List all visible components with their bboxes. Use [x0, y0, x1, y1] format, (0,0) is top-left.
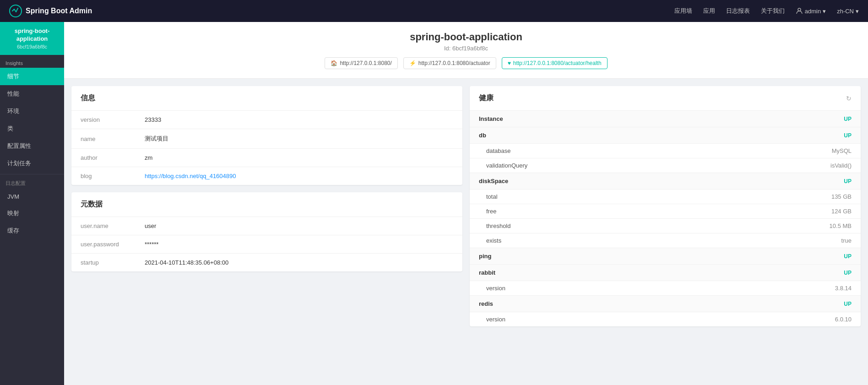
info-table: version 23333 name 测试项目 author zm blog	[71, 111, 462, 185]
health-detail-db-validation: validationQuery isValid()	[470, 158, 861, 173]
health-detail-val: 124 GB	[698, 204, 861, 219]
sidebar-app-id: 6bcf19a6bf8c	[5, 44, 60, 49]
info-key-author: author	[71, 149, 136, 167]
health-detail-key: version	[470, 312, 698, 327]
info-val-version: 23333	[136, 111, 462, 129]
meta-val-password: ******	[136, 235, 462, 254]
info-card: 信息 version 23333 name 测试项目 author zm	[71, 86, 462, 185]
user-icon	[796, 7, 803, 15]
health-detail-val: 3.8.14	[698, 281, 861, 296]
left-column: 信息 version 23333 name 测试项目 author zm	[71, 86, 462, 326]
health-detail-key: threshold	[470, 219, 698, 233]
info-key-blog: blog	[71, 167, 136, 185]
table-row: user.password ******	[71, 235, 462, 254]
layout: spring-boot-application 6bcf19a6bf8c Ins…	[0, 22, 868, 385]
health-card-header: 健康 ↻	[470, 86, 861, 111]
link-actuator[interactable]: ⚡ http://127.0.0.1:8080/actuator	[403, 57, 496, 69]
nav-log-report[interactable]: 日志报表	[726, 7, 750, 15]
page-links: 🏠 http://127.0.0.1:8080/ ⚡ http://127.0.…	[73, 57, 859, 69]
info-card-title: 信息	[71, 86, 462, 111]
health-group-instance-name: Instance	[479, 115, 503, 122]
health-detail-val: isValid()	[698, 158, 861, 173]
sidebar-item-env[interactable]: 环境	[0, 103, 64, 120]
page-title: spring-boot-application	[73, 31, 859, 43]
health-group-rabbit-status: UP	[844, 270, 852, 276]
link-home[interactable]: 🏠 http://127.0.0.1:8080/	[325, 57, 397, 69]
sidebar-item-mapping[interactable]: 映射	[0, 205, 64, 222]
health-group-redis-name: redis	[479, 300, 493, 307]
health-detail-redis-version: version 6.0.10	[470, 312, 861, 327]
table-row: user.name user	[71, 217, 462, 235]
health-detail-key: version	[470, 281, 698, 296]
health-detail-db-database: database MySQL	[470, 144, 861, 158]
nav-app[interactable]: 应用	[703, 7, 715, 15]
health-detail-disk-threshold: threshold 10.5 MB	[470, 219, 861, 233]
svg-point-1	[798, 8, 801, 11]
info-val-name: 测试项目	[136, 129, 462, 149]
lang-label: zh-CN	[837, 8, 854, 15]
sidebar-item-detail[interactable]: 细节	[0, 68, 64, 85]
heart-icon: ♥	[508, 60, 511, 66]
health-group-rabbit: rabbit UP	[470, 265, 861, 281]
sidebar-app-name: spring-boot-application	[5, 27, 60, 43]
page-subtitle: Id: 6bcf19a6bf8c	[73, 45, 859, 52]
link-health-label: http://127.0.0.1:8080/actuator/health	[513, 60, 602, 66]
sidebar-item-jvm[interactable]: JVM	[0, 189, 64, 205]
table-row: version 23333	[71, 111, 462, 129]
sidebar-item-class[interactable]: 类	[0, 120, 64, 137]
nav-about[interactable]: 关于我们	[761, 7, 785, 15]
health-card-title: 健康	[479, 93, 494, 103]
bolt-icon: ⚡	[409, 60, 416, 66]
sidebar-app-card[interactable]: spring-boot-application 6bcf19a6bf8c	[0, 22, 64, 55]
info-val-author: zm	[136, 149, 462, 167]
health-group-ping-name: ping	[479, 253, 491, 260]
main-content: spring-boot-application Id: 6bcf19a6bf8c…	[64, 22, 868, 385]
health-table: Instance UP db UP	[470, 111, 861, 326]
health-detail-val: 6.0.10	[698, 312, 861, 327]
user-menu[interactable]: admin ▾	[796, 7, 826, 15]
sidebar-divider	[0, 174, 64, 174]
info-val-blog: https://blog.csdn.net/qq_41604890	[136, 167, 462, 185]
health-detail-key: total	[470, 190, 698, 204]
health-detail-val: 135 GB	[698, 190, 861, 204]
health-detail-disk-free: free 124 GB	[470, 204, 861, 219]
blog-link[interactable]: https://blog.csdn.net/qq_41604890	[145, 173, 236, 179]
sidebar-item-scheduled[interactable]: 计划任务	[0, 155, 64, 172]
sidebar-item-config[interactable]: 配置属性	[0, 137, 64, 155]
metadata-card: 元数据 user.name user user.password ****** …	[71, 192, 462, 271]
page-header: spring-boot-application Id: 6bcf19a6bf8c…	[64, 22, 868, 79]
health-detail-val: true	[698, 233, 861, 248]
sidebar-item-cache[interactable]: 缓存	[0, 222, 64, 239]
topnav: Spring Boot Admin 应用墙 应用 日志报表 关于我们 admin…	[0, 0, 868, 22]
health-group-db-status: UP	[844, 132, 852, 139]
health-group-diskspace-name: diskSpace	[479, 178, 508, 184]
health-group-redis-status: UP	[844, 301, 852, 307]
health-card: 健康 ↻ Instance UP	[470, 86, 861, 326]
sidebar-item-performance[interactable]: 性能	[0, 85, 64, 103]
user-dropdown-icon: ▾	[823, 8, 826, 15]
health-group-rabbit-name: rabbit	[479, 269, 495, 276]
meta-key-password: user.password	[71, 235, 136, 254]
meta-key-startup: startup	[71, 254, 136, 272]
health-detail-val: MySQL	[698, 144, 861, 158]
link-health[interactable]: ♥ http://127.0.0.1:8080/actuator/health	[502, 57, 608, 69]
meta-val-startup: 2021-04-10T11:48:35.06+08:00	[136, 254, 462, 272]
topnav-links: 应用墙 应用 日志报表 关于我们 admin ▾ zh-CN ▾	[674, 7, 859, 15]
content-area: 信息 version 23333 name 测试项目 author zm	[64, 79, 868, 334]
right-column: 健康 ↻ Instance UP	[470, 86, 861, 326]
health-group-db-name: db	[479, 132, 486, 139]
brand-label: Spring Boot Admin	[26, 7, 92, 15]
brand: Spring Boot Admin	[9, 5, 92, 17]
insights-label: Insights	[0, 55, 64, 68]
meta-val-username: user	[136, 217, 462, 235]
health-group-instance: Instance UP	[470, 111, 861, 127]
refresh-icon[interactable]: ↻	[846, 95, 852, 102]
info-key-name: name	[71, 129, 136, 149]
metadata-card-title: 元数据	[71, 192, 462, 217]
health-detail-key: free	[470, 204, 698, 219]
nav-app-wall[interactable]: 应用墙	[674, 7, 692, 15]
lang-dropdown-icon: ▾	[856, 8, 859, 15]
health-detail-rabbit-version: version 3.8.14	[470, 281, 861, 296]
lang-menu[interactable]: zh-CN ▾	[837, 8, 859, 15]
health-group-diskspace: diskSpace UP	[470, 173, 861, 190]
